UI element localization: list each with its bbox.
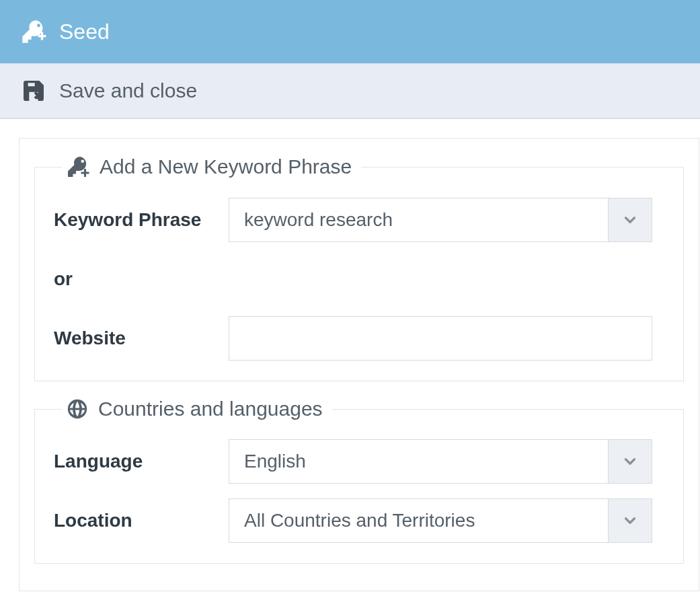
page-title: Seed	[59, 20, 110, 44]
row-keyword-phrase: Keyword Phrase	[54, 198, 664, 242]
row-website: Website	[54, 316, 664, 361]
globe-icon	[66, 398, 89, 420]
location-input[interactable]	[229, 498, 608, 543]
save-close-button[interactable]: Save and close	[59, 79, 197, 102]
toolbar: Save and close	[0, 63, 700, 119]
label-website: Website	[54, 328, 229, 349]
language-input[interactable]	[229, 439, 608, 484]
content-area: Add a New Keyword Phrase Keyword Phrase	[0, 119, 700, 591]
svg-rect-1	[41, 32, 43, 40]
svg-rect-3	[84, 169, 86, 177]
keyword-phrase-input[interactable]	[229, 198, 608, 242]
section-countries-languages: Countries and languages Language	[34, 398, 684, 564]
chevron-down-icon	[621, 211, 639, 229]
keyword-phrase-dropdown-button[interactable]	[608, 198, 652, 242]
row-location: Location	[54, 498, 664, 543]
form-panel: Add a New Keyword Phrase Keyword Phrase	[19, 138, 699, 591]
location-combo	[229, 498, 652, 543]
website-input[interactable]	[229, 316, 652, 361]
chevron-down-icon	[621, 453, 639, 470]
label-keyword-phrase: Keyword Phrase	[54, 209, 229, 231]
language-dropdown-button[interactable]	[608, 439, 652, 484]
chevron-down-icon	[621, 512, 639, 529]
section-keyword-phrase: Add a New Keyword Phrase Keyword Phrase	[34, 155, 684, 381]
key-plus-icon	[66, 155, 90, 179]
key-icon	[20, 18, 47, 45]
page-header: Seed	[0, 0, 700, 63]
label-language: Language	[54, 451, 229, 472]
row-or: or	[54, 257, 664, 301]
section-keyword-legend: Add a New Keyword Phrase	[100, 155, 352, 178]
location-dropdown-button[interactable]	[608, 498, 652, 543]
row-language: Language	[54, 439, 664, 484]
label-location: Location	[54, 510, 229, 531]
label-or: or	[54, 268, 229, 290]
keyword-phrase-combo	[229, 198, 652, 242]
language-combo	[229, 439, 652, 484]
save-close-icon[interactable]	[20, 77, 47, 104]
section-locale-legend: Countries and languages	[98, 398, 323, 420]
